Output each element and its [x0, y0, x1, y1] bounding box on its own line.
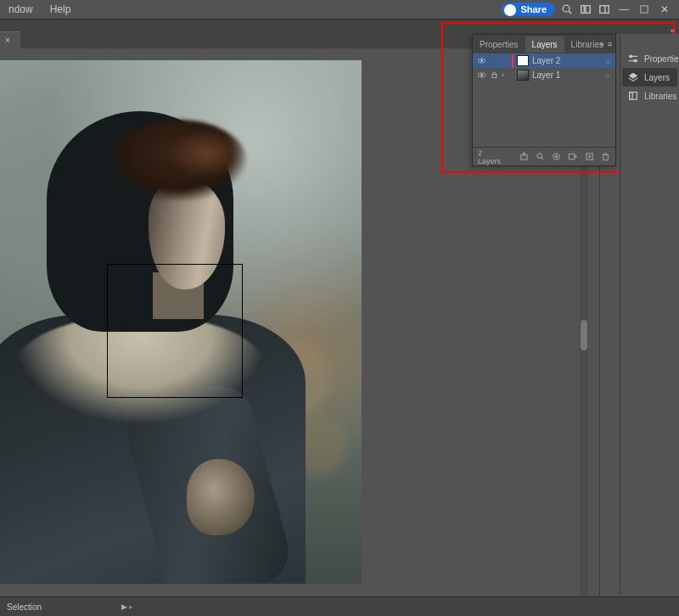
svg-marker-11: [629, 73, 638, 79]
chevron-right-small-icon[interactable]: ▸: [129, 602, 133, 611]
layer-row[interactable]: › Layer 1 ○: [473, 68, 615, 82]
menu-help[interactable]: Help: [42, 1, 80, 18]
layer-name[interactable]: Layer 2: [532, 56, 603, 65]
svg-line-1: [569, 11, 571, 14]
strip-item-layers[interactable]: Layers: [622, 68, 677, 87]
svg-rect-2: [581, 6, 585, 14]
layer-target-icon[interactable]: ○: [606, 71, 610, 80]
layer-list: Layer 2 ○ › Layer 1 ○: [473, 53, 615, 147]
titlebar-controls: Share — ✕: [502, 0, 679, 19]
layer-target-icon[interactable]: ○: [606, 57, 610, 65]
maximize-button[interactable]: [637, 3, 652, 15]
panel-tab-layers[interactable]: Layers: [525, 36, 564, 53]
new-layer-icon[interactable]: [584, 152, 593, 162]
svg-rect-30: [603, 154, 609, 160]
panel-tabs: Properties Layers Libraries » ≡: [473, 35, 615, 53]
layers-panel: Properties Layers Libraries » ≡ Layer 2 …: [472, 34, 616, 166]
new-sublayer-icon[interactable]: [568, 152, 577, 162]
status-nav[interactable]: ▶ ▸: [121, 602, 133, 611]
panel-expand-icon[interactable]: »: [600, 40, 604, 48]
layer-accent: [512, 53, 513, 68]
status-mode-label: Selection: [7, 602, 42, 612]
strip-label: Properties: [644, 54, 679, 64]
lock-icon[interactable]: [490, 71, 498, 79]
panel-tab-properties[interactable]: Properties: [473, 36, 525, 53]
svg-rect-18: [491, 75, 496, 78]
layer-thumbnail[interactable]: [517, 70, 529, 81]
share-layer-icon[interactable]: [519, 152, 528, 162]
strip-label: Layers: [644, 73, 670, 82]
svg-rect-6: [641, 6, 648, 13]
layer-options-icon[interactable]: [552, 152, 561, 162]
search-icon[interactable]: [560, 3, 574, 16]
svg-rect-13: [630, 92, 633, 100]
chevron-right-icon[interactable]: ▶: [121, 602, 127, 611]
document-image: [0, 60, 362, 584]
layers-panel-footer: 2 Layers: [473, 147, 615, 165]
svg-point-20: [537, 154, 542, 159]
svg-rect-24: [570, 154, 575, 159]
share-button[interactable]: Share: [502, 3, 555, 16]
layer-accent: [512, 68, 513, 82]
layer-row[interactable]: Layer 2 ○: [473, 53, 615, 68]
svg-point-0: [563, 5, 570, 12]
scrollbar-thumb[interactable]: [581, 320, 587, 350]
layer-thumbnail[interactable]: [517, 55, 529, 66]
frame-layout-icon[interactable]: [598, 3, 611, 16]
menu-window[interactable]: ndow: [0, 1, 42, 18]
strip-item-libraries[interactable]: Libraries: [622, 87, 677, 105]
expand-chevron-icon[interactable]: ›: [502, 71, 508, 79]
document-tab[interactable]: ×: [0, 31, 20, 48]
layer-name[interactable]: Layer 1: [532, 70, 603, 80]
status-bar: Selection ▶ ▸: [0, 596, 679, 616]
find-layer-icon[interactable]: [536, 152, 545, 162]
svg-rect-19: [520, 155, 526, 160]
visibility-toggle[interactable]: [476, 56, 486, 65]
svg-line-21: [542, 158, 543, 160]
minimize-button[interactable]: —: [616, 3, 631, 15]
svg-point-15: [480, 59, 482, 61]
visibility-toggle[interactable]: [476, 70, 486, 80]
workspace-switcher-icon[interactable]: [579, 3, 592, 16]
svg-rect-3: [586, 6, 590, 14]
panel-strip-handle[interactable]: «: [622, 27, 677, 34]
svg-rect-12: [630, 92, 637, 100]
svg-rect-4: [600, 6, 609, 14]
svg-point-17: [480, 74, 482, 76]
layer-count-label: 2 Layers: [478, 148, 505, 165]
svg-point-23: [555, 155, 557, 157]
close-tab-icon[interactable]: ×: [5, 36, 10, 45]
panel-menu-icon[interactable]: ≡: [608, 40, 612, 48]
delete-layer-icon[interactable]: [601, 152, 610, 162]
selection-marquee[interactable]: [107, 264, 243, 398]
close-window-button[interactable]: ✕: [657, 3, 672, 15]
right-panel-strip: « Properties Layers Libraries: [620, 34, 679, 596]
strip-label: Libraries: [644, 92, 676, 101]
strip-item-properties[interactable]: Properties: [622, 49, 677, 68]
